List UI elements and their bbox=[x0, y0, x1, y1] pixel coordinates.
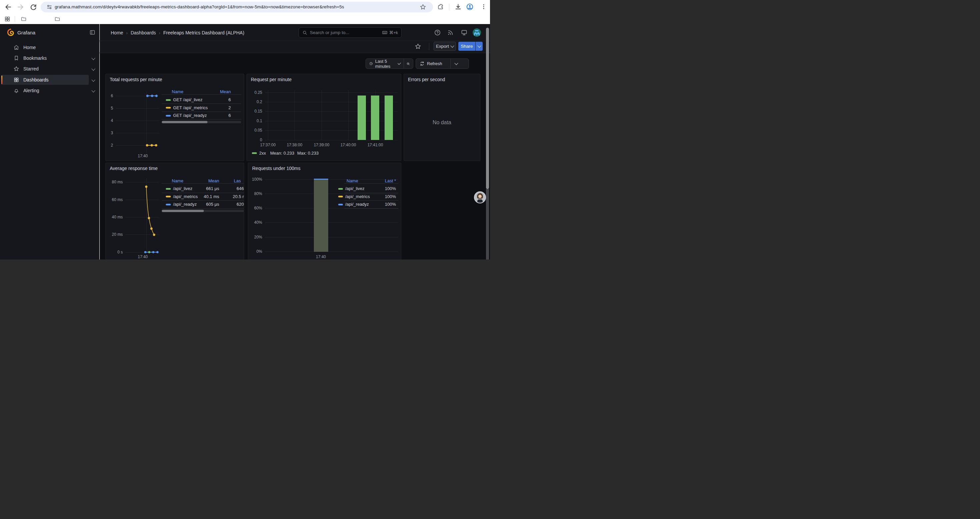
bell-icon bbox=[13, 88, 19, 94]
sidebar-item-bookmarks[interactable]: Bookmarks bbox=[2, 53, 89, 63]
breadcrumb-dashboards[interactable]: Dashboards bbox=[131, 30, 156, 35]
legend-scrollbar[interactable] bbox=[162, 121, 241, 123]
site-settings-icon[interactable] bbox=[46, 4, 53, 10]
panel-average-response-time[interactable]: Average response time 80 ms 60 ms 40 ms … bbox=[105, 163, 244, 260]
series-swatch[interactable] bbox=[166, 99, 171, 101]
panel-request-per-minute[interactable]: Request per minute 0.25 0.2 0.15 0.1 0.0… bbox=[247, 74, 401, 161]
series-swatch[interactable] bbox=[338, 188, 343, 190]
panel-requests-under-100ms[interactable]: Requests under 100ms 100% 80% 60% 40% 20… bbox=[248, 163, 401, 260]
sidebar-toggle-icon[interactable] bbox=[89, 29, 95, 35]
reload-icon[interactable] bbox=[29, 3, 37, 11]
panel-total-requests-per-minute[interactable]: Total requests per minute 6 5 4 3 2 17:4… bbox=[105, 74, 244, 161]
legend-header-last[interactable]: Last * bbox=[363, 178, 396, 184]
series-swatch[interactable] bbox=[338, 204, 343, 205]
legend-header-name[interactable]: Name bbox=[172, 89, 183, 94]
bookmark-star-icon[interactable] bbox=[420, 4, 426, 10]
sidebar-item-starred[interactable]: Starred bbox=[2, 64, 89, 74]
back-icon[interactable] bbox=[4, 3, 12, 11]
sidebar-item-home[interactable]: Home bbox=[2, 42, 89, 53]
scrollbar-thumb[interactable] bbox=[162, 210, 204, 212]
chevron-down-icon[interactable] bbox=[398, 61, 401, 65]
brand-title: Grafana bbox=[18, 30, 35, 35]
news-rss-icon[interactable] bbox=[447, 29, 454, 36]
series-swatch[interactable] bbox=[166, 196, 171, 197]
series-swatch[interactable] bbox=[338, 196, 343, 197]
breadcrumb-home[interactable]: Home bbox=[111, 30, 123, 35]
panel-title[interactable]: Errors per second bbox=[408, 77, 445, 82]
bar-2xx bbox=[358, 96, 366, 140]
y-tick: 5 bbox=[106, 105, 113, 111]
bar-2xx bbox=[371, 96, 379, 140]
gridline bbox=[116, 133, 159, 133]
breadcrumb-current-page: Freeleaps Metrics Dashboard (ALPHA) bbox=[164, 30, 245, 35]
series-swatch[interactable] bbox=[166, 204, 171, 205]
grafana-logo[interactable] bbox=[7, 29, 14, 36]
legend-scrollbar[interactable] bbox=[162, 210, 244, 212]
legend-series-name[interactable]: 2xx bbox=[259, 151, 266, 156]
refresh-interval-dropdown[interactable] bbox=[454, 61, 458, 65]
refresh-button[interactable]: Refresh bbox=[427, 61, 442, 66]
url-bar[interactable]: grafana.mathmast.com/d/deytv4rwavabkb/fr… bbox=[41, 2, 433, 12]
page-scrollbar-thumb[interactable] bbox=[486, 28, 489, 189]
legend-divider bbox=[344, 193, 398, 193]
favorite-star-icon[interactable] bbox=[415, 43, 421, 50]
download-icon[interactable] bbox=[454, 3, 462, 11]
profile-icon[interactable] bbox=[466, 3, 474, 11]
sidebar-item-dashboards[interactable]: Dashboards bbox=[2, 75, 89, 85]
panel-errors-per-second[interactable]: Errors per second No data bbox=[404, 74, 480, 161]
y-tick: 0.15 bbox=[247, 109, 262, 114]
legend-header-mean[interactable]: Mean bbox=[186, 178, 219, 184]
toolbar-divider bbox=[449, 4, 449, 10]
kiosk-monitor-icon[interactable] bbox=[461, 29, 468, 36]
scrollbar-track[interactable] bbox=[486, 189, 489, 260]
x-tick: 17:40 bbox=[133, 153, 153, 159]
folder-icon bbox=[54, 16, 60, 22]
legend-header-last[interactable]: Las bbox=[234, 178, 241, 184]
search-placeholder: Search or jump to... bbox=[310, 30, 380, 35]
y-tick: 0% bbox=[248, 249, 262, 254]
x-tick: 17:41:00 bbox=[364, 142, 387, 148]
avatar-shirt bbox=[477, 200, 483, 203]
apps-grid-icon[interactable] bbox=[4, 16, 11, 22]
help-icon[interactable] bbox=[434, 29, 441, 36]
y-tick: 80% bbox=[248, 191, 262, 196]
share-button[interactable]: Share bbox=[458, 42, 475, 51]
menu-dots-icon[interactable] bbox=[480, 3, 487, 10]
zoom-out-icon[interactable] bbox=[406, 61, 410, 67]
gridline bbox=[265, 222, 398, 223]
y-tick: 0.25 bbox=[247, 90, 262, 95]
scrollbar-thumb[interactable] bbox=[162, 121, 207, 123]
legend-header-name[interactable]: Name bbox=[172, 178, 183, 184]
gridline bbox=[116, 121, 159, 121]
series-swatch[interactable] bbox=[252, 152, 257, 154]
gridline bbox=[265, 237, 398, 238]
legend-max: Max: 0.233 bbox=[297, 151, 318, 156]
search-input[interactable]: Search or jump to... ⌘+k bbox=[299, 27, 402, 38]
floating-assistant-avatar[interactable] bbox=[474, 192, 486, 203]
time-range-picker[interactable]: Last 5 minutes bbox=[375, 59, 396, 69]
legend-header-name[interactable]: Name bbox=[347, 178, 358, 184]
legend-name[interactable]: /api/_livez bbox=[345, 186, 364, 192]
sidebar-item-alerting[interactable]: Alerting bbox=[2, 86, 89, 96]
panel-title[interactable]: Request per minute bbox=[251, 77, 291, 82]
share-dropdown-button[interactable] bbox=[476, 42, 483, 51]
series-swatch[interactable] bbox=[166, 188, 171, 190]
url-text[interactable]: grafana.mathmast.com/d/deytv4rwavabkb/fr… bbox=[55, 4, 344, 10]
user-avatar[interactable] bbox=[473, 29, 481, 37]
breadcrumb-separator: › bbox=[159, 30, 160, 35]
legend-header-mean[interactable]: Mean bbox=[197, 89, 231, 94]
gridline bbox=[265, 93, 398, 93]
forward-icon[interactable] bbox=[17, 3, 25, 11]
breadcrumb: Home › Dashboards › Freeleaps Metrics Da… bbox=[111, 30, 244, 35]
extensions-icon[interactable] bbox=[437, 3, 444, 10]
panel-title[interactable]: Total requests per minute bbox=[110, 77, 162, 82]
data-point bbox=[155, 144, 158, 147]
dashboards-icon bbox=[13, 77, 19, 83]
y-tick: 6 bbox=[106, 93, 113, 99]
browser-toolbar: grafana.mathmast.com/d/deytv4rwavabkb/fr… bbox=[0, 0, 490, 14]
legend-mean: Mean: 0.233 bbox=[270, 151, 294, 156]
series-swatch[interactable] bbox=[166, 115, 171, 117]
export-button[interactable]: Export bbox=[434, 42, 456, 51]
panel-title[interactable]: Requests under 100ms bbox=[252, 166, 301, 171]
series-swatch[interactable] bbox=[166, 107, 171, 109]
